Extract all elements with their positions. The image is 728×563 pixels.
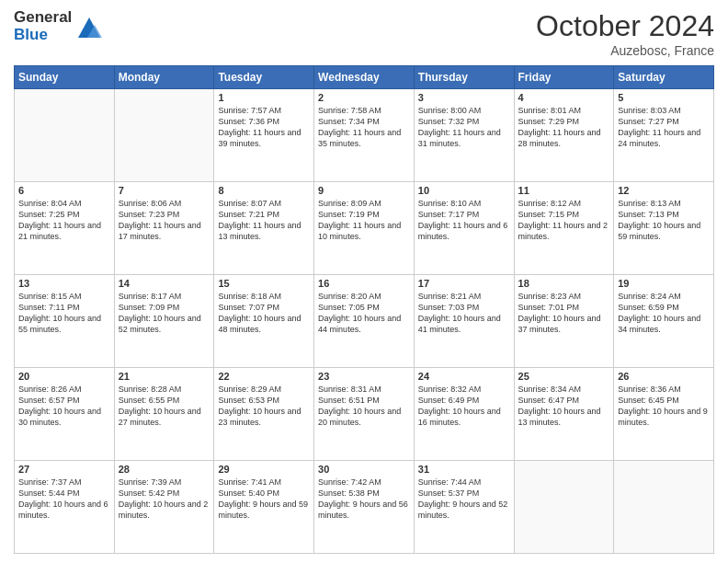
day-number: 1: [218, 92, 310, 103]
day-cell: 31Sunrise: 7:44 AM Sunset: 5:37 PM Dayli…: [414, 461, 514, 554]
day-number: 14: [119, 278, 210, 289]
day-cell: [514, 461, 614, 554]
week-row-2: 13Sunrise: 8:15 AM Sunset: 7:11 PM Dayli…: [15, 275, 714, 368]
day-info: Sunrise: 8:24 AM Sunset: 6:59 PM Dayligh…: [618, 291, 710, 336]
day-cell: 14Sunrise: 8:17 AM Sunset: 7:09 PM Dayli…: [114, 275, 214, 368]
day-info: Sunrise: 8:07 AM Sunset: 7:21 PM Dayligh…: [218, 198, 310, 243]
day-cell: 20Sunrise: 8:26 AM Sunset: 6:57 PM Dayli…: [15, 368, 115, 461]
week-row-4: 27Sunrise: 7:37 AM Sunset: 5:44 PM Dayli…: [15, 461, 714, 554]
day-info: Sunrise: 8:34 AM Sunset: 6:47 PM Dayligh…: [518, 384, 610, 429]
day-info: Sunrise: 7:42 AM Sunset: 5:38 PM Dayligh…: [318, 477, 410, 522]
day-number: 31: [418, 464, 510, 475]
day-cell: 13Sunrise: 8:15 AM Sunset: 7:11 PM Dayli…: [15, 275, 115, 368]
day-info: Sunrise: 8:09 AM Sunset: 7:19 PM Dayligh…: [318, 198, 410, 243]
day-cell: 11Sunrise: 8:12 AM Sunset: 7:15 PM Dayli…: [514, 182, 614, 275]
day-info: Sunrise: 8:36 AM Sunset: 6:45 PM Dayligh…: [618, 384, 710, 429]
day-number: 4: [518, 92, 610, 103]
day-number: 30: [318, 464, 410, 475]
day-cell: 29Sunrise: 7:41 AM Sunset: 5:40 PM Dayli…: [214, 461, 314, 554]
day-cell: 21Sunrise: 8:28 AM Sunset: 6:55 PM Dayli…: [114, 368, 214, 461]
day-info: Sunrise: 8:04 AM Sunset: 7:25 PM Dayligh…: [18, 198, 110, 243]
day-number: 27: [18, 464, 110, 475]
day-number: 26: [618, 371, 710, 382]
day-cell: 18Sunrise: 8:23 AM Sunset: 7:01 PM Dayli…: [514, 275, 614, 368]
day-cell: 22Sunrise: 8:29 AM Sunset: 6:53 PM Dayli…: [214, 368, 314, 461]
day-header-tuesday: Tuesday: [214, 66, 314, 89]
day-cell: 3Sunrise: 8:00 AM Sunset: 7:32 PM Daylig…: [414, 89, 514, 182]
day-number: 9: [318, 185, 410, 196]
day-info: Sunrise: 7:44 AM Sunset: 5:37 PM Dayligh…: [418, 477, 510, 522]
day-info: Sunrise: 8:29 AM Sunset: 6:53 PM Dayligh…: [218, 384, 310, 429]
calendar-table: SundayMondayTuesdayWednesdayThursdayFrid…: [14, 65, 714, 554]
day-info: Sunrise: 8:10 AM Sunset: 7:17 PM Dayligh…: [418, 198, 510, 243]
day-cell: 5Sunrise: 8:03 AM Sunset: 7:27 PM Daylig…: [614, 89, 714, 182]
day-number: 8: [218, 185, 310, 196]
day-header-thursday: Thursday: [414, 66, 514, 89]
month-title: October 2024: [536, 9, 714, 43]
logo-icon: [74, 12, 104, 41]
day-cell: 19Sunrise: 8:24 AM Sunset: 6:59 PM Dayli…: [614, 275, 714, 368]
day-number: 29: [218, 464, 310, 475]
logo: General Blue: [14, 9, 104, 43]
day-cell: 12Sunrise: 8:13 AM Sunset: 7:13 PM Dayli…: [614, 182, 714, 275]
day-info: Sunrise: 8:23 AM Sunset: 7:01 PM Dayligh…: [518, 291, 610, 336]
day-number: 11: [518, 185, 610, 196]
day-info: Sunrise: 7:37 AM Sunset: 5:44 PM Dayligh…: [18, 477, 110, 522]
day-number: 13: [18, 278, 110, 289]
day-cell: 6Sunrise: 8:04 AM Sunset: 7:25 PM Daylig…: [15, 182, 115, 275]
day-info: Sunrise: 8:31 AM Sunset: 6:51 PM Dayligh…: [318, 384, 410, 429]
day-number: 15: [218, 278, 310, 289]
day-cell: 7Sunrise: 8:06 AM Sunset: 7:23 PM Daylig…: [114, 182, 214, 275]
day-info: Sunrise: 8:18 AM Sunset: 7:07 PM Dayligh…: [218, 291, 310, 336]
header: General Blue October 2024 Auzebosc, Fran…: [14, 9, 714, 58]
day-cell: 17Sunrise: 8:21 AM Sunset: 7:03 PM Dayli…: [414, 275, 514, 368]
day-number: 12: [618, 185, 710, 196]
day-number: 5: [618, 92, 710, 103]
location: Auzebosc, France: [536, 43, 714, 58]
day-info: Sunrise: 7:41 AM Sunset: 5:40 PM Dayligh…: [218, 477, 310, 522]
day-number: 23: [318, 371, 410, 382]
day-header-saturday: Saturday: [614, 66, 714, 89]
day-info: Sunrise: 7:39 AM Sunset: 5:42 PM Dayligh…: [119, 477, 210, 522]
day-cell: 23Sunrise: 8:31 AM Sunset: 6:51 PM Dayli…: [314, 368, 415, 461]
day-cell: 27Sunrise: 7:37 AM Sunset: 5:44 PM Dayli…: [15, 461, 115, 554]
day-number: 17: [418, 278, 510, 289]
day-number: 2: [318, 92, 410, 103]
day-cell: [114, 89, 214, 182]
page: General Blue October 2024 Auzebosc, Fran…: [0, 0, 728, 563]
week-row-0: 1Sunrise: 7:57 AM Sunset: 7:36 PM Daylig…: [15, 89, 714, 182]
day-cell: [15, 89, 115, 182]
day-info: Sunrise: 8:28 AM Sunset: 6:55 PM Dayligh…: [119, 384, 210, 429]
day-number: 7: [119, 185, 210, 196]
day-cell: 8Sunrise: 8:07 AM Sunset: 7:21 PM Daylig…: [214, 182, 314, 275]
day-number: 16: [318, 278, 410, 289]
day-header-friday: Friday: [514, 66, 614, 89]
day-info: Sunrise: 7:58 AM Sunset: 7:34 PM Dayligh…: [318, 105, 410, 150]
day-cell: 2Sunrise: 7:58 AM Sunset: 7:34 PM Daylig…: [314, 89, 415, 182]
day-cell: 25Sunrise: 8:34 AM Sunset: 6:47 PM Dayli…: [514, 368, 614, 461]
day-info: Sunrise: 8:00 AM Sunset: 7:32 PM Dayligh…: [418, 105, 510, 150]
day-number: 3: [418, 92, 510, 103]
logo-blue: Blue: [14, 27, 72, 44]
calendar-header-row: SundayMondayTuesdayWednesdayThursdayFrid…: [15, 66, 714, 89]
day-header-monday: Monday: [114, 66, 214, 89]
day-info: Sunrise: 8:03 AM Sunset: 7:27 PM Dayligh…: [618, 105, 710, 150]
day-cell: 10Sunrise: 8:10 AM Sunset: 7:17 PM Dayli…: [414, 182, 514, 275]
day-number: 24: [418, 371, 510, 382]
day-info: Sunrise: 8:15 AM Sunset: 7:11 PM Dayligh…: [18, 291, 110, 336]
day-number: 18: [518, 278, 610, 289]
day-info: Sunrise: 8:13 AM Sunset: 7:13 PM Dayligh…: [618, 198, 710, 243]
day-number: 22: [218, 371, 310, 382]
day-number: 28: [119, 464, 210, 475]
day-cell: 26Sunrise: 8:36 AM Sunset: 6:45 PM Dayli…: [614, 368, 714, 461]
logo-general: General: [14, 9, 72, 27]
week-row-1: 6Sunrise: 8:04 AM Sunset: 7:25 PM Daylig…: [15, 182, 714, 275]
day-cell: 4Sunrise: 8:01 AM Sunset: 7:29 PM Daylig…: [514, 89, 614, 182]
day-info: Sunrise: 8:20 AM Sunset: 7:05 PM Dayligh…: [318, 291, 410, 336]
day-number: 21: [119, 371, 210, 382]
day-number: 19: [618, 278, 710, 289]
day-number: 20: [18, 371, 110, 382]
day-info: Sunrise: 7:57 AM Sunset: 7:36 PM Dayligh…: [218, 105, 310, 150]
day-number: 25: [518, 371, 610, 382]
day-number: 6: [18, 185, 110, 196]
